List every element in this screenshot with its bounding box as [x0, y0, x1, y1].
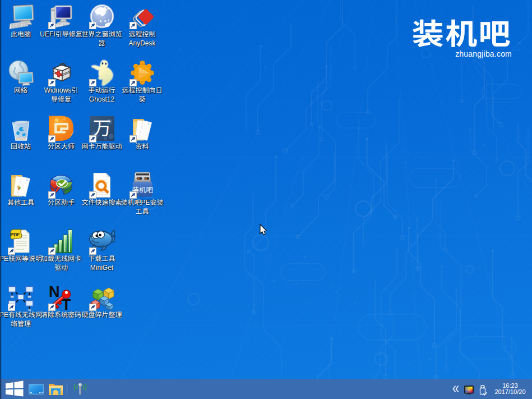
svg-text:PDF: PDF — [11, 232, 20, 237]
svg-text:N: N — [49, 284, 60, 300]
